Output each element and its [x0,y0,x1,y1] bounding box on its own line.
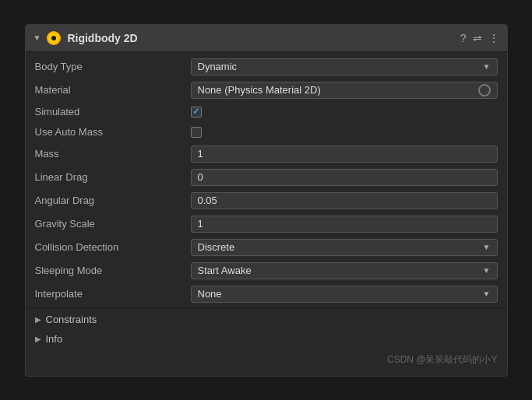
sleeping-mode-value[interactable]: Start Awake ▼ [191,262,498,279]
body-type-value[interactable]: Dynamic ▼ [191,58,498,75]
mass-label: Mass [35,148,191,160]
gravity-scale-row: Gravity Scale 1 [26,212,507,236]
watermark-text: CSDN @呆呆敲代码的小Y [387,354,498,365]
constraints-label: Constraints [46,314,97,325]
collision-detection-value[interactable]: Discrete ▼ [191,239,498,256]
header-icons: ? ⇌ ⋮ [460,32,499,44]
info-section[interactable]: ▶ Info [26,329,507,349]
mass-field-text: 1 [198,148,203,160]
material-circle-icon[interactable] [478,84,491,96]
material-field[interactable]: None (Physics Material 2D) [191,82,498,99]
sleeping-mode-label: Sleeping Mode [35,265,191,276]
interpolate-dropdown-text: None [198,288,222,300]
material-field-text: None (Physics Material 2D) [198,84,321,96]
linear-drag-value[interactable]: 0 [191,169,498,186]
collapse-arrow-icon[interactable]: ▼ [33,33,41,42]
material-label: Material [35,84,191,96]
angular-drag-label: Angular Drag [35,195,191,206]
body-type-row: Body Type Dynamic ▼ [26,55,507,79]
use-auto-mass-checkbox[interactable] [191,127,202,138]
mass-field[interactable]: 1 [191,146,498,163]
linear-drag-label: Linear Drag [35,171,191,183]
info-label: Info [46,333,63,345]
sleeping-mode-dropdown[interactable]: Start Awake ▼ [191,262,498,279]
simulated-label: Simulated [35,106,191,118]
constraints-section[interactable]: ▶ Constraints [26,310,507,329]
sleeping-mode-row: Sleeping Mode Start Awake ▼ [26,259,507,282]
settings-icon[interactable]: ⇌ [473,32,482,44]
body-type-label: Body Type [35,61,191,72]
divider-1 [26,307,507,308]
gravity-scale-label: Gravity Scale [35,218,191,230]
collision-detection-dropdown-text: Discrete [198,241,235,253]
linear-drag-row: Linear Drag 0 [26,166,507,189]
help-icon[interactable]: ? [460,32,467,44]
gravity-scale-field-text: 1 [198,218,203,230]
collision-detection-label: Collision Detection [35,241,191,253]
linear-drag-field[interactable]: 0 [191,169,498,186]
component-icon [47,31,61,45]
mass-value[interactable]: 1 [191,146,498,163]
interpolate-label: Interpolate [35,288,191,300]
constraints-arrow-icon: ▶ [35,315,41,324]
angular-drag-field-text: 0.05 [198,195,217,206]
material-row: Material None (Physics Material 2D) [26,79,507,102]
simulated-row: Simulated [26,102,507,122]
sleeping-mode-dropdown-text: Start Awake [198,265,252,276]
angular-drag-value[interactable]: 0.05 [191,192,498,209]
use-auto-mass-label: Use Auto Mass [35,126,191,138]
simulated-checkbox[interactable] [191,107,202,118]
panel-body: Body Type Dynamic ▼ Material None (Physi… [26,52,507,376]
body-type-dropdown-text: Dynamic [198,61,238,72]
linear-drag-field-text: 0 [198,171,203,183]
angular-drag-row: Angular Drag 0.05 [26,189,507,212]
info-arrow-icon: ▶ [35,335,41,343]
mass-row: Mass 1 [26,142,507,166]
collision-detection-row: Collision Detection Discrete ▼ [26,236,507,259]
material-value[interactable]: None (Physics Material 2D) [191,82,498,99]
use-auto-mass-row: Use Auto Mass [26,122,507,142]
interpolate-value[interactable]: None ▼ [191,286,498,303]
use-auto-mass-value [191,127,498,138]
body-type-dropdown[interactable]: Dynamic ▼ [191,58,498,75]
interpolate-dropdown[interactable]: None ▼ [191,286,498,303]
collision-detection-arrow: ▼ [483,243,491,251]
body-type-dropdown-arrow: ▼ [483,62,491,71]
gravity-scale-field[interactable]: 1 [191,216,498,233]
sleeping-mode-arrow: ▼ [483,266,491,275]
angular-drag-field[interactable]: 0.05 [191,192,498,209]
interpolate-row: Interpolate None ▼ [26,282,507,306]
gravity-scale-value[interactable]: 1 [191,216,498,233]
more-icon[interactable]: ⋮ [488,32,499,44]
panel-title: Rigidbody 2D [67,32,453,44]
rigidbody-2d-panel: ▼ Rigidbody 2D ? ⇌ ⋮ Body Type Dynamic ▼… [25,24,508,377]
panel-header: ▼ Rigidbody 2D ? ⇌ ⋮ [26,25,507,52]
interpolate-arrow: ▼ [483,289,491,298]
simulated-value [191,107,498,118]
watermark: CSDN @呆呆敲代码的小Y [26,349,507,373]
collision-detection-dropdown[interactable]: Discrete ▼ [191,239,498,256]
